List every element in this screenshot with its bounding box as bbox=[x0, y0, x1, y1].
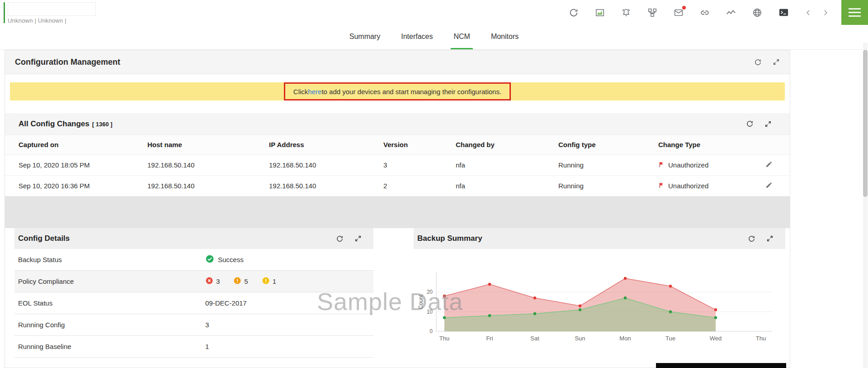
refresh-icon[interactable] bbox=[754, 58, 762, 66]
all-config-changes-title: All Config Changes[ 1360 ] bbox=[19, 119, 113, 129]
svg-text:Sun: Sun bbox=[575, 335, 585, 342]
cell-changed-by: nfa bbox=[452, 155, 555, 176]
flag-icon bbox=[658, 161, 665, 169]
device-block: Unknown | Unknown | bbox=[0, 1, 96, 24]
cell-ip-address: 192.168.50.140 bbox=[265, 176, 380, 196]
topbar: Unknown | Unknown | bbox=[0, 0, 868, 25]
refresh-icon[interactable] bbox=[746, 120, 754, 128]
device-name-input[interactable] bbox=[8, 2, 96, 16]
tab-ncm[interactable]: NCM bbox=[451, 25, 472, 49]
major-icon bbox=[233, 277, 241, 286]
change-type-label: Unauthorized bbox=[668, 161, 708, 169]
table-row: Sep 10, 2020 16:36 PM 192.168.50.140 192… bbox=[5, 176, 790, 196]
cell-changed-by: nfa bbox=[452, 176, 555, 196]
configuration-management-panel: Configuration Management Click here to a… bbox=[5, 50, 790, 368]
topology-icon[interactable] bbox=[647, 7, 658, 18]
accent-bar bbox=[4, 2, 5, 23]
scrollbar-thumb[interactable] bbox=[863, 50, 868, 197]
add-devices-banner-highlight: Click here to add your devices and start… bbox=[284, 82, 511, 100]
svg-text:Thu: Thu bbox=[756, 335, 766, 342]
svg-text:Sat: Sat bbox=[530, 335, 539, 342]
flag-icon bbox=[658, 182, 665, 190]
tab-interfaces[interactable]: Interfaces bbox=[398, 25, 435, 49]
success-check-icon bbox=[205, 254, 214, 265]
expand-icon[interactable] bbox=[764, 120, 772, 128]
topbar-actions bbox=[568, 0, 868, 25]
major-count: 5 bbox=[244, 277, 248, 285]
policy-compliance-row: Policy Compliance 3 5 1 bbox=[14, 271, 373, 292]
backup-summary-chart-svg: Count01020ThuFriSatSunMonTueWedThu bbox=[416, 250, 780, 345]
add-devices-here-link[interactable]: here bbox=[308, 88, 321, 96]
cell-version: 2 bbox=[380, 176, 452, 196]
performance-graph-icon[interactable] bbox=[594, 7, 605, 18]
table-header-row: Captured on Host name IP Address Version… bbox=[5, 135, 790, 155]
edit-icon[interactable] bbox=[765, 162, 773, 169]
col-host-name: Host name bbox=[144, 135, 265, 155]
config-changes-count: [ 1360 ] bbox=[92, 121, 113, 128]
refresh-icon[interactable] bbox=[336, 235, 344, 243]
configuration-management-header: Configuration Management bbox=[5, 50, 790, 74]
table-row: Sep 10, 2020 18:05 PM 192.168.50.140 192… bbox=[5, 155, 790, 176]
cell-host-name: 192.168.50.140 bbox=[144, 176, 265, 196]
col-changed-by: Changed by bbox=[452, 135, 555, 155]
cell-config-type: Running bbox=[555, 176, 655, 196]
page: Unknown | Unknown | bbox=[0, 0, 868, 368]
cell-ip-address: 192.168.50.140 bbox=[265, 155, 380, 176]
expand-icon[interactable] bbox=[354, 235, 362, 242]
critical-count: 3 bbox=[216, 277, 220, 285]
svg-text:10: 10 bbox=[427, 309, 433, 315]
expand-icon[interactable] bbox=[773, 58, 780, 66]
sparkline-icon[interactable] bbox=[726, 7, 736, 18]
running-config-label: Running Config bbox=[18, 321, 205, 329]
col-captured-on: Captured on bbox=[5, 135, 144, 155]
col-ip-address: IP Address bbox=[265, 135, 380, 155]
cell-config-type: Running bbox=[555, 155, 655, 176]
backup-summary-chart: Count01020ThuFriSatSunMonTueWedThu bbox=[414, 249, 785, 347]
expand-icon[interactable] bbox=[766, 235, 774, 242]
svg-text:Tue: Tue bbox=[665, 335, 675, 342]
svg-text:Wed: Wed bbox=[710, 335, 722, 342]
running-baseline-row: Running Baseline 1 bbox=[14, 336, 373, 358]
change-type-label: Unauthorized bbox=[668, 182, 708, 190]
running-baseline-label: Running Baseline bbox=[18, 343, 205, 350]
svg-text:Thu: Thu bbox=[439, 335, 449, 342]
device-tabs: Summary Interfaces NCM Monitors bbox=[0, 25, 868, 50]
backup-status-value: Success bbox=[218, 256, 244, 263]
config-details-widget: Config Details Backup Status Su bbox=[14, 228, 373, 358]
running-config-value: 3 bbox=[205, 321, 209, 329]
chevron-right-icon[interactable] bbox=[821, 7, 830, 18]
terminal-icon[interactable] bbox=[778, 7, 789, 18]
backup-summary-widget: Backup Summary Count01020ThuFriSatSunMon… bbox=[414, 228, 785, 358]
running-baseline-value: 1 bbox=[205, 343, 209, 350]
backup-status-row: Backup Status Success bbox=[14, 249, 373, 271]
add-devices-banner: Click here to add your devices and start… bbox=[10, 82, 785, 100]
eol-status-value: 09-DEC-2017 bbox=[205, 299, 247, 307]
config-details-title: Config Details bbox=[16, 234, 70, 243]
menu-icon[interactable] bbox=[841, 0, 868, 25]
tab-summary[interactable]: Summary bbox=[347, 25, 383, 49]
backup-status-label: Backup Status bbox=[18, 256, 205, 263]
backup-summary-header: Backup Summary bbox=[414, 228, 785, 249]
mail-notification-dot bbox=[682, 6, 686, 10]
critical-icon bbox=[205, 277, 213, 286]
cell-host-name: 192.168.50.140 bbox=[144, 155, 265, 176]
svg-text:20: 20 bbox=[427, 289, 433, 295]
alarm-bell-icon[interactable] bbox=[621, 7, 632, 18]
svg-text:Mon: Mon bbox=[619, 335, 631, 342]
device-status-label: Unknown | Unknown | bbox=[8, 17, 96, 24]
running-config-row: Running Config 3 bbox=[14, 314, 373, 336]
mail-icon[interactable] bbox=[673, 7, 684, 18]
tab-monitors[interactable]: Monitors bbox=[488, 25, 521, 49]
chevron-left-icon[interactable] bbox=[804, 7, 812, 18]
edit-icon[interactable] bbox=[765, 182, 773, 190]
link-icon[interactable] bbox=[699, 7, 710, 18]
svg-text:0: 0 bbox=[429, 328, 433, 335]
banner-text-post: to add your devices and start managing t… bbox=[321, 88, 501, 96]
refresh-icon[interactable] bbox=[748, 235, 755, 243]
config-changes-table: Captured on Host name IP Address Version… bbox=[5, 135, 790, 196]
cell-version: 3 bbox=[380, 155, 452, 176]
eol-status-row: EOL Status 09-DEC-2017 bbox=[14, 292, 373, 314]
globe-icon[interactable] bbox=[752, 7, 763, 18]
page-title: Configuration Management bbox=[15, 57, 120, 67]
refresh-icon[interactable] bbox=[568, 7, 579, 18]
